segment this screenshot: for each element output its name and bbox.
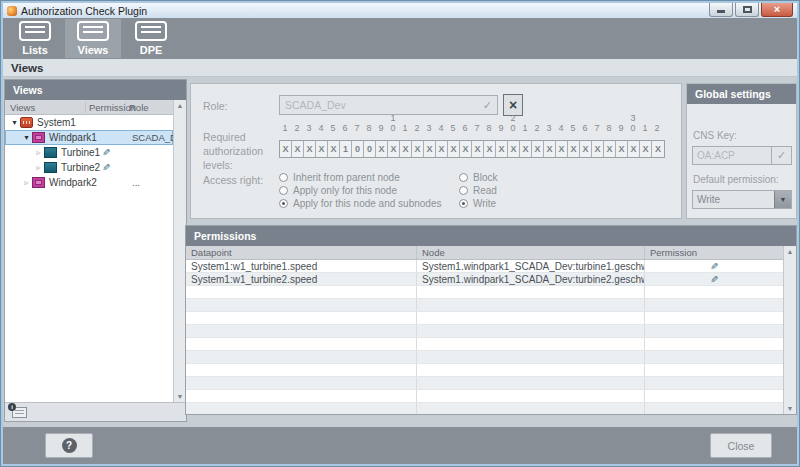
edit-permission-icon[interactable]: ✎: [102, 147, 110, 158]
auth-level-cell-29[interactable]: X: [616, 141, 628, 157]
auth-level-number: 9: [495, 114, 507, 134]
tree-node-system1[interactable]: ▾System1: [5, 115, 173, 130]
title-bar: Authorization Check Plugin ×: [3, 3, 797, 18]
tree-node-windpark2[interactable]: ▹Windpark2...: [5, 175, 173, 190]
auth-level-cell-16[interactable]: X: [460, 141, 472, 157]
permission-cell: [644, 286, 783, 298]
auth-level-cell-12[interactable]: X: [412, 141, 424, 157]
auth-level-cell-10[interactable]: X: [388, 141, 400, 157]
role-label: Role:: [203, 100, 228, 112]
radio-apply-only-for-this-node[interactable]: Apply only for this node: [279, 185, 441, 195]
auth-level-cell-4[interactable]: X: [316, 141, 328, 157]
apply-check-icon[interactable]: ✓: [771, 147, 791, 164]
auth-level-cell-26[interactable]: X: [580, 141, 592, 157]
radio-read[interactable]: Read: [459, 185, 497, 195]
auth-level-cell-23[interactable]: X: [544, 141, 556, 157]
permission-cell: [644, 299, 783, 311]
auth-level-cell-17[interactable]: X: [472, 141, 484, 157]
expand-icon[interactable]: ▹: [33, 163, 44, 172]
radio-apply-for-this-node-and-subnodes[interactable]: Apply for this node and subnodes: [279, 198, 441, 208]
tree-node-turbine2[interactable]: ▹Turbine2✎: [5, 160, 173, 175]
auth-level-cell-25[interactable]: X: [568, 141, 580, 157]
expand-icon[interactable]: ▹: [21, 178, 32, 187]
auth-level-cell-7[interactable]: 0: [352, 141, 364, 157]
permission-row[interactable]: System1:w1_turbine1.speedSystem1.windpar…: [186, 260, 783, 273]
tree-col-views: Views: [10, 102, 35, 113]
views-tree-panel: Views Views Permission Role ▾System1▾Win…: [4, 79, 187, 422]
help-button[interactable]: ?: [45, 433, 93, 458]
close-icon: ×: [774, 4, 780, 15]
auth-level-cell-5[interactable]: X: [328, 141, 340, 157]
scroll-up-icon[interactable]: ▲: [177, 102, 184, 109]
auth-level-cell-27[interactable]: X: [592, 141, 604, 157]
toolbar: ListsViewsDPE: [3, 18, 797, 59]
tree-node-label: Turbine1: [61, 147, 100, 158]
access-right-options-left: Inherit from parent nodeApply only for t…: [279, 172, 441, 208]
auth-level-cell-3[interactable]: X: [304, 141, 316, 157]
auth-level-cell-30[interactable]: X: [628, 141, 640, 157]
auth-level-number: 9: [375, 114, 387, 134]
scroll-down-icon[interactable]: ▼: [177, 393, 184, 400]
cns-key-field[interactable]: OA:ACP ✓: [692, 146, 792, 165]
auth-level-number: 1: [519, 114, 531, 134]
permission-row-empty: [186, 390, 783, 403]
datapoint-cell: [186, 403, 416, 414]
auth-level-cell-21[interactable]: X: [520, 141, 532, 157]
auth-level-cell-11[interactable]: X: [400, 141, 412, 157]
auth-level-cell-19[interactable]: X: [496, 141, 508, 157]
app-icon: [7, 6, 17, 16]
auth-level-cell-9[interactable]: X: [376, 141, 388, 157]
edit-permission-icon[interactable]: ✎: [710, 261, 718, 272]
maximize-button[interactable]: [735, 3, 759, 17]
chevron-down-icon[interactable]: ▼: [774, 191, 791, 208]
tree-node-windpark1[interactable]: ▾Windpark1SCADA_Dev: [5, 130, 173, 145]
default-permission-dropdown[interactable]: Write ▼: [692, 190, 792, 209]
toolbar-button-lists[interactable]: Lists: [7, 19, 63, 58]
collapse-icon[interactable]: ▾: [9, 118, 20, 127]
auth-level-cell-2[interactable]: X: [292, 141, 304, 157]
close-button[interactable]: Close: [710, 433, 772, 458]
permission-row-empty: [186, 325, 783, 338]
datapoint-cell: [186, 325, 416, 337]
auth-levels-label: Required authorization levels:: [203, 130, 281, 173]
list-icon: [135, 21, 167, 41]
permission-row-empty: [186, 312, 783, 325]
auth-level-cell-18[interactable]: X: [484, 141, 496, 157]
role-field[interactable]: SCADA_Dev ✓: [279, 95, 498, 115]
auth-level-cell-8[interactable]: 0: [364, 141, 376, 157]
expand-icon[interactable]: ▹: [33, 148, 44, 157]
edit-permission-icon[interactable]: ✎: [102, 162, 110, 173]
auth-level-cell-31[interactable]: X: [640, 141, 652, 157]
radio-icon: [279, 173, 288, 182]
radio-block[interactable]: Block: [459, 172, 497, 182]
scroll-down-icon[interactable]: ▼: [787, 405, 794, 412]
auth-level-cell-1[interactable]: X: [280, 141, 292, 157]
permission-cell: [644, 364, 783, 376]
toolbar-button-views[interactable]: Views: [65, 19, 121, 58]
auth-level-cell-22[interactable]: X: [532, 141, 544, 157]
auth-level-cell-15[interactable]: X: [448, 141, 460, 157]
edit-permission-icon[interactable]: ✎: [710, 274, 718, 285]
close-button[interactable]: ×: [761, 3, 793, 17]
radio-inherit-from-parent-node[interactable]: Inherit from parent node: [279, 172, 441, 182]
tree-node-turbine1[interactable]: ▹Turbine1✎: [5, 145, 173, 160]
minimize-button[interactable]: [709, 3, 733, 17]
auth-level-cell-24[interactable]: X: [556, 141, 568, 157]
scroll-up-icon[interactable]: ▲: [787, 248, 794, 255]
toolbar-button-dpe[interactable]: DPE: [123, 19, 179, 58]
permissions-header: Permissions: [186, 226, 796, 246]
legend-button[interactable]: i: [9, 405, 29, 419]
permission-row[interactable]: System1:w1_turbine2.speedSystem1.windpar…: [186, 273, 783, 286]
auth-level-cell-6[interactable]: 1: [340, 141, 352, 157]
auth-level-number: 7: [591, 114, 603, 134]
auth-level-cell-32[interactable]: X: [652, 141, 664, 157]
collapse-icon[interactable]: ▾: [21, 133, 32, 142]
apply-check-icon[interactable]: ✓: [483, 99, 492, 112]
radio-write[interactable]: Write: [459, 198, 497, 208]
auth-level-cell-20[interactable]: X: [508, 141, 520, 157]
table-scrollbar[interactable]: ▲ ▼: [783, 246, 796, 414]
auth-level-cell-28[interactable]: X: [604, 141, 616, 157]
auth-level-cell-13[interactable]: X: [424, 141, 436, 157]
auth-level-cell-14[interactable]: X: [436, 141, 448, 157]
auth-level-number: 10: [387, 114, 399, 134]
